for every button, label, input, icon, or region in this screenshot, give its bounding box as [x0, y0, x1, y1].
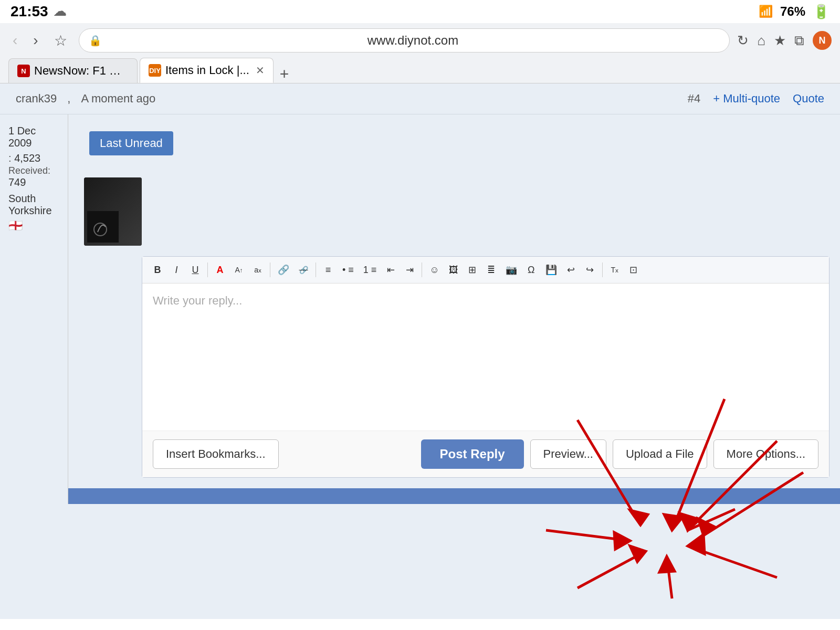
tab-diynot-label: Items in Lock |...: [165, 64, 249, 77]
toolbar-sep-3: [316, 262, 316, 277]
remove-format-button[interactable]: ax: [249, 261, 267, 279]
last-unread-button[interactable]: Last Unread: [89, 131, 173, 155]
post-separator: ,: [67, 92, 70, 106]
font-size-button[interactable]: A↑: [230, 261, 248, 279]
emoji-button[interactable]: ☺: [425, 261, 443, 279]
reply-editor: B I U A A↑ ax 🔗 🔗 ≡ • ≡ 1 ≡: [142, 256, 830, 478]
main-area: 1 Dec 2009 : 4,523 Received: 749 South Y…: [0, 114, 840, 504]
post-reply-button[interactable]: Post Reply: [421, 439, 524, 469]
wifi-icon: 📶: [759, 5, 773, 18]
back-button[interactable]: ‹: [8, 30, 22, 51]
posts-stat: : 4,523: [8, 152, 59, 164]
editor-placeholder: Write your reply...: [153, 294, 242, 307]
received-stat: Received: 749: [8, 164, 59, 188]
battery-icon: 🔋: [813, 4, 830, 20]
reply-textarea[interactable]: Write your reply...: [142, 284, 829, 430]
post-area: [74, 172, 840, 251]
italic-button[interactable]: I: [167, 261, 185, 279]
tab-newsnow-label: NewsNow: F1 News...: [34, 64, 129, 78]
diynot-favicon: DIY: [149, 64, 161, 77]
post-info-bar: crank39 , A moment ago #4 + Multi-quote …: [0, 83, 840, 114]
editor-footer: Insert Bookmarks... Post Reply Preview..…: [142, 430, 829, 477]
thumbnail-image: [84, 177, 142, 246]
ssl-lock-icon: 🔒: [89, 34, 102, 47]
table-button[interactable]: ⊞: [464, 261, 481, 279]
toolbar-sep-2: [270, 262, 270, 277]
home-button[interactable]: ⌂: [757, 33, 765, 49]
preview-button[interactable]: Preview...: [530, 439, 606, 469]
status-time: 21:53: [10, 3, 48, 20]
url-bar[interactable]: 🔒 www.diynot.com: [79, 28, 730, 52]
clear-format-button[interactable]: Tx: [606, 261, 624, 279]
unlink-button[interactable]: 🔗: [295, 261, 312, 279]
received-count: 749: [8, 176, 26, 188]
link-button[interactable]: 🔗: [274, 261, 293, 279]
bbcode-button[interactable]: ≣: [482, 261, 500, 279]
browser-nav-actions: ↻ ⌂ ★ ⧉ N: [737, 31, 832, 50]
battery-indicator: 76%: [780, 4, 805, 19]
page-content: crank39 , A moment ago #4 + Multi-quote …: [0, 83, 840, 619]
post-thumbnail: [84, 177, 142, 246]
toolbar-sep-4: [422, 262, 422, 277]
undo-button[interactable]: ↩: [562, 261, 580, 279]
last-unread-container: Last Unread: [68, 114, 840, 172]
posts-label: :: [8, 152, 14, 164]
align-button[interactable]: ≡: [319, 261, 337, 279]
editor-toolbar: B I U A A↑ ax 🔗 🔗 ≡ • ≡ 1 ≡: [142, 257, 829, 284]
tabs-button[interactable]: ⧉: [794, 33, 804, 49]
underline-button[interactable]: U: [186, 261, 204, 279]
url-text: www.diynot.com: [106, 33, 720, 48]
bookmark-star-button[interactable]: ☆: [50, 30, 71, 51]
multiquote-link[interactable]: + Multi-quote: [713, 92, 780, 106]
favorites-button[interactable]: ★: [774, 33, 786, 49]
post-number: #4: [688, 92, 700, 106]
toolbar-sep-5: [602, 262, 603, 277]
image-button[interactable]: 🖼: [445, 261, 463, 279]
numbered-list-button[interactable]: 1 ≡: [359, 261, 381, 279]
notification-button[interactable]: N: [813, 31, 832, 50]
browser-chrome: ‹ › ☆ 🔒 www.diynot.com ↻ ⌂ ★ ⧉ N N NewsN…: [0, 23, 840, 83]
posts-count: 4,523: [14, 152, 40, 164]
cloud-icon: ☁: [54, 4, 66, 19]
svg-rect-0: [87, 211, 119, 243]
redo-button[interactable]: ↪: [581, 261, 599, 279]
tabs-row: N NewsNow: F1 News... DIY Items in Lock …: [8, 58, 832, 83]
bold-button[interactable]: B: [149, 261, 166, 279]
reload-button[interactable]: ↻: [737, 33, 749, 49]
indent-button[interactable]: ⇥: [401, 261, 418, 279]
post-time: A moment ago: [81, 92, 155, 106]
submit-buttons: Post Reply Preview... Upload a File More…: [421, 439, 818, 469]
content-area: Last Unread: [68, 114, 840, 504]
outdent-button[interactable]: ⇤: [382, 261, 400, 279]
received-label: Received:: [8, 165, 50, 176]
post-actions: #4 + Multi-quote Quote: [688, 92, 824, 106]
bottom-bar: [68, 488, 840, 504]
newsnow-favicon: N: [17, 65, 30, 77]
media-button[interactable]: 📷: [501, 261, 521, 279]
fullscreen-button[interactable]: ⊡: [625, 261, 643, 279]
user-location: South Yorkshire: [8, 193, 59, 217]
bullet-list-button[interactable]: • ≡: [338, 261, 358, 279]
save-draft-button[interactable]: 💾: [541, 261, 561, 279]
post-author: crank39: [16, 92, 57, 106]
forward-button[interactable]: ›: [29, 30, 42, 51]
tab-diynot[interactable]: DIY Items in Lock |... ✕: [140, 58, 274, 83]
status-bar: 21:53 ☁ 📶 76% 🔋: [0, 0, 840, 23]
toolbar-sep-1: [207, 262, 208, 277]
upload-file-button[interactable]: Upload a File: [613, 439, 707, 469]
join-date: 1 Dec 2009: [8, 125, 59, 149]
user-flag: 🏴󠁧󠁢󠁥󠁮󠁧󠁿: [8, 219, 59, 233]
quote-link[interactable]: Quote: [793, 92, 824, 106]
tab-newsnow[interactable]: N NewsNow: F1 News...: [8, 58, 138, 83]
special-char-button[interactable]: Ω: [522, 261, 540, 279]
post-meta: crank39 , A moment ago: [16, 92, 155, 106]
font-color-button[interactable]: A: [211, 261, 229, 279]
insert-bookmarks-button[interactable]: Insert Bookmarks...: [153, 439, 279, 469]
user-panel: 1 Dec 2009 : 4,523 Received: 749 South Y…: [0, 114, 68, 504]
more-options-button[interactable]: More Options...: [713, 439, 818, 469]
new-tab-button[interactable]: +: [276, 65, 293, 83]
navigation-bar: ‹ › ☆ 🔒 www.diynot.com ↻ ⌂ ★ ⧉ N: [8, 28, 832, 52]
tab-close-button[interactable]: ✕: [256, 64, 265, 77]
